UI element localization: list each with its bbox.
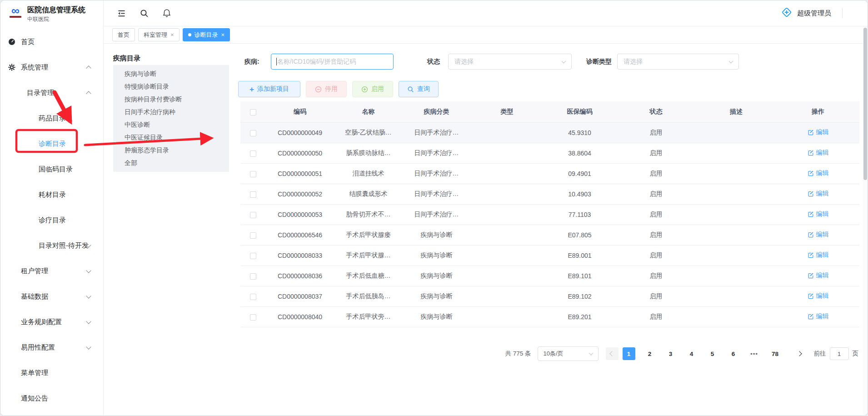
chevron-down-icon <box>86 268 91 273</box>
sidebar-item-tenant-mgmt[interactable]: 租户管理 <box>0 258 103 284</box>
sidebar-item-business-rules[interactable]: 业务规则配置 <box>0 309 103 335</box>
sidebar-item-system-mgmt[interactable]: 系统管理 <box>0 55 103 80</box>
pagination: 共 775 条 10条/页 1 2 3 4 5 6 ••• 78 <box>505 346 858 361</box>
sidebar-item-menu-mgmt[interactable]: 菜单管理 <box>0 360 103 386</box>
more-pages-icon[interactable]: ••• <box>748 347 761 360</box>
col-header-code: 编码 <box>265 101 334 122</box>
sidebar-item-consumables-catalog[interactable]: 耗材目录 <box>0 182 103 207</box>
diag-type-select[interactable]: 请选择 <box>617 54 739 70</box>
edit-button[interactable]: 编辑 <box>808 231 829 239</box>
tree-item[interactable]: 肿瘤形态学目录 <box>113 144 229 156</box>
edit-square-icon <box>808 211 814 217</box>
row-checkbox[interactable] <box>250 253 256 259</box>
close-icon[interactable]: × <box>221 32 225 38</box>
row-checkbox[interactable] <box>250 130 256 136</box>
goto-label: 前往 <box>814 350 826 358</box>
status-label: 状态 <box>427 58 440 66</box>
tree-item[interactable]: 中医证候目录 <box>113 131 229 144</box>
tree-item[interactable]: 日间手术治疗病种 <box>113 105 229 118</box>
disease-label: 疾病: <box>244 58 259 66</box>
table-row: CD0000008037 手术后低胰岛… 疾病与诊断 E89.102 启用 编辑 <box>240 286 859 306</box>
row-checkbox[interactable] <box>250 150 256 157</box>
app-logo-icon: ∞ <box>8 5 23 18</box>
disable-button[interactable]: 停用 <box>306 81 347 97</box>
fold-menu-icon[interactable] <box>114 5 129 21</box>
edit-button[interactable]: 编辑 <box>808 190 829 198</box>
edit-button[interactable]: 编辑 <box>808 210 829 218</box>
sidebar-item-diagnosis-catalog[interactable]: 诊断目录 <box>0 131 103 156</box>
tab-diagnosis-catalog[interactable]: 诊断目录 × <box>183 28 230 41</box>
sidebar-item-home[interactable]: 首页 <box>0 29 103 55</box>
edit-button[interactable]: 编辑 <box>808 312 829 321</box>
edit-button[interactable]: 编辑 <box>808 292 829 300</box>
row-checkbox[interactable] <box>250 212 256 218</box>
medical-cross-icon <box>781 6 793 20</box>
col-header-category: 疾病分类 <box>402 101 471 122</box>
toolbar: + 添加新项目 停用 启用 查询 <box>238 81 439 97</box>
edit-button[interactable]: 编辑 <box>808 128 829 136</box>
prev-page-button[interactable] <box>606 347 619 360</box>
user-menu[interactable]: 超级管理员 <box>781 6 868 20</box>
edit-button[interactable]: 编辑 <box>808 169 829 177</box>
chevron-up-icon <box>86 65 91 70</box>
tree-item[interactable]: 疾病与诊断 <box>113 67 229 80</box>
sidebar-item-drug-catalog[interactable]: 药品目录 <box>0 105 103 131</box>
sidebar-item-catalog-mgmt[interactable]: 目录管理 <box>0 80 103 105</box>
page-number[interactable]: 1 <box>623 347 635 360</box>
search-icon[interactable] <box>136 5 152 21</box>
table-header-row: 编码 名称 疾病分类 类型 医保编码 状态 描述 操作 <box>240 101 859 122</box>
row-checkbox[interactable] <box>250 294 256 300</box>
row-checkbox[interactable] <box>250 314 256 321</box>
page-numbers: 1 2 3 4 5 6 ••• 78 <box>619 347 786 360</box>
bell-icon[interactable] <box>159 5 175 21</box>
row-checkbox[interactable] <box>250 191 256 198</box>
tree-item[interactable]: 特慢病诊断目录 <box>113 80 229 93</box>
sidebar-item-catalog-mapping[interactable]: 目录对照-待开发 <box>0 233 103 258</box>
edit-button[interactable]: 编辑 <box>808 251 829 259</box>
page-number[interactable]: 3 <box>664 347 677 360</box>
edit-button[interactable]: 编辑 <box>808 149 829 157</box>
page-number[interactable]: 2 <box>644 347 656 360</box>
table-row: CD0000000051 泪道挂线术 日间手术治疗… 09.4901 启用 编辑 <box>240 163 859 184</box>
row-checkbox[interactable] <box>250 171 256 177</box>
disease-search-input[interactable]: 名称/ICD10编码/拼音助记码 <box>271 54 394 70</box>
sidebar-item-usability-config[interactable]: 易用性配置 <box>0 335 103 360</box>
tab-home[interactable]: 首页 <box>112 28 135 41</box>
tree-item[interactable]: 按病种目录付费诊断 <box>113 93 229 105</box>
row-checkbox[interactable] <box>250 232 256 239</box>
edit-square-icon <box>808 129 814 135</box>
enable-button[interactable]: 启用 <box>352 81 393 97</box>
page-number[interactable]: 4 <box>685 347 698 360</box>
next-page-button[interactable] <box>793 347 806 360</box>
table-row: CD0000000052 结膜囊成形术 日间手术治疗… 10.4903 启用 编… <box>240 184 859 204</box>
query-button[interactable]: 查询 <box>399 81 439 97</box>
col-header-type: 类型 <box>471 101 543 122</box>
main-content: 疾病目录 疾病与诊断 特慢病诊断目录 按病种目录付费诊断 日间手术治疗病种 中医… <box>104 44 868 416</box>
edit-button[interactable]: 编辑 <box>808 271 829 280</box>
scrollbar-thumb[interactable] <box>863 28 867 180</box>
page-number[interactable]: 5 <box>706 347 719 360</box>
edit-square-icon <box>808 231 814 238</box>
page-size-select[interactable]: 10条/页 <box>538 346 599 361</box>
row-checkbox[interactable] <box>250 273 256 280</box>
tree-item[interactable]: 全部 <box>113 156 229 169</box>
page-number[interactable]: 78 <box>769 347 782 360</box>
col-header-name: 名称 <box>334 101 402 122</box>
sidebar-item-base-data[interactable]: 基础数据 <box>0 284 103 309</box>
table-row: CD0000006546 手术后甲状腺瘘 疾病与诊断 E07.805 启用 编辑 <box>240 225 859 245</box>
sidebar-item-national-code-catalog[interactable]: 国临码目录 <box>0 156 103 182</box>
sidebar-item-treatment-catalog[interactable]: 诊疗目录 <box>0 207 103 233</box>
sidebar-item-notice[interactable]: 通知公告 <box>0 386 103 411</box>
app-window: ∞ 医院信息管理系统 中联医院 首页 系统管理 <box>0 0 868 416</box>
goto-page-input[interactable] <box>830 347 849 360</box>
select-all-checkbox[interactable] <box>250 109 256 115</box>
diag-type-label: 诊断类型 <box>586 58 612 66</box>
table-row: CD0000000049 空肠-乙状结肠… 日间手术治疗… 45.9310 启用… <box>240 122 859 143</box>
page-number[interactable]: 6 <box>727 347 740 360</box>
tab-department-mgmt[interactable]: 科室管理 × <box>138 28 180 41</box>
status-select[interactable]: 请选择 <box>448 54 572 70</box>
add-item-button[interactable]: + 添加新项目 <box>238 81 300 97</box>
total-count: 共 775 条 <box>505 350 531 358</box>
tree-item[interactable]: 中医诊断 <box>113 118 229 131</box>
close-icon[interactable]: × <box>170 32 174 38</box>
